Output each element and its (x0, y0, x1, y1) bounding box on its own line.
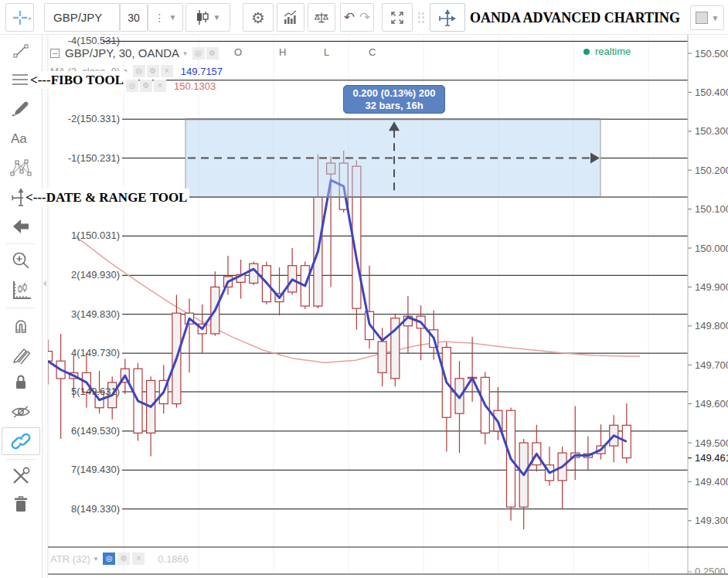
sidebar-divider (6, 308, 36, 308)
date-range-tool-button[interactable] (430, 3, 465, 32)
interval-button[interactable]: 30 (120, 3, 148, 32)
indicators-button[interactable] (277, 3, 304, 32)
fullscreen-button[interactable] (382, 3, 413, 32)
sidebar-divider (6, 243, 36, 244)
chart-style-button[interactable]: ▼ (185, 3, 230, 32)
ma-fast-close-icon[interactable]: × (161, 65, 173, 77)
magnet-tool[interactable] (2, 311, 40, 338)
sidebar-divider (6, 459, 36, 460)
back-arrow-tool[interactable] (2, 212, 40, 240)
svg-text:150.500: 150.500 (695, 48, 728, 60)
scales-icon (313, 10, 330, 26)
pattern-icon (9, 157, 32, 178)
fibo-level-label: 8(149.330) (50, 503, 120, 515)
svg-text:150.000: 150.000 (695, 243, 728, 254)
ohlc-open-label: O (234, 46, 242, 58)
atr-label[interactable]: ATR (32) (50, 553, 90, 565)
legend-series-title[interactable]: GBP/JPY, 30, OANDA (65, 46, 179, 60)
chevron-down-icon: ▼ (169, 13, 177, 22)
realtime-dot-icon (583, 49, 590, 55)
symbol-button[interactable]: GBP/JPY (44, 3, 120, 32)
remove-drawings-tool[interactable] (2, 491, 40, 518)
svg-text:150.200: 150.200 (695, 165, 728, 176)
chevron-down-icon: ▼ (213, 13, 221, 22)
zoom-in-tool[interactable] (2, 246, 40, 274)
object-tree-tool[interactable] (2, 462, 40, 490)
compare-button[interactable] (308, 3, 335, 32)
brush-tool[interactable] (2, 95, 40, 123)
trash-icon (10, 494, 32, 515)
svg-text:150.400: 150.400 (695, 87, 728, 98)
ma-slow-gear-icon[interactable]: ⚙ (140, 80, 152, 92)
lock-icon (10, 372, 32, 393)
crosshair-mode-button[interactable]: ▸ (5, 3, 34, 32)
ohlc-close-label: C (369, 46, 376, 58)
ohlc-high-label: H (279, 46, 286, 58)
fullscreen-icon (390, 10, 405, 26)
vertical-dots-icon: ⋮ (155, 12, 165, 24)
realtime-indicator: realtime (583, 46, 631, 57)
sidebar-collapse-strip[interactable] (43, 35, 48, 578)
theme-button[interactable]: ▼ (690, 5, 724, 30)
range-tooltip: 0.200 (0.13%) 200 32 bars, 16h (343, 85, 445, 114)
candlestick-series (44, 151, 631, 529)
ohlc-low-label: L (324, 46, 329, 58)
ma-slow-close-icon[interactable]: × (154, 80, 166, 92)
color-swatch-icon (696, 12, 708, 24)
redo-icon[interactable]: ↷ (359, 9, 370, 26)
fibo-tool-annotation: <---FIBO TOOL (28, 71, 126, 89)
ma-fast-eye-icon[interactable]: ◎ (133, 65, 145, 77)
svg-text:149.700: 149.700 (695, 359, 728, 371)
fibo-level-label: 2(149.930) (50, 269, 120, 280)
drawing-toolbar: Aa (0, 35, 43, 578)
tools-icon (10, 465, 32, 487)
atr-close-icon[interactable]: × (132, 552, 145, 565)
atr-value: 0.1866 (158, 553, 189, 565)
fibo-level-label: -2(150.331) (50, 113, 120, 124)
undo-icon[interactable]: ↶ (344, 9, 355, 26)
hide-icon (9, 401, 32, 423)
svg-text:150.100: 150.100 (695, 203, 728, 215)
settings-button[interactable]: ⚙ (243, 3, 274, 32)
current-price-label: 149.461 (695, 452, 728, 464)
trend-line-tool[interactable] (2, 37, 40, 65)
gear-icon: ⚙ (251, 8, 265, 27)
fibo-level-label: -1(150.231) (50, 152, 120, 164)
ma-fast-gear-icon[interactable]: ⚙ (147, 65, 159, 77)
chevron-down-icon[interactable]: ▾ (94, 555, 98, 563)
link-icon (10, 430, 32, 452)
ma-fast-value: 149.7157 (181, 66, 223, 77)
svg-text:Aa: Aa (11, 131, 27, 146)
svg-text:149.900: 149.900 (695, 281, 728, 293)
undo-redo-buttons[interactable]: ↶ ↷ (340, 3, 374, 32)
magnet-icon (10, 314, 32, 335)
legend-collapse-icon[interactable] (50, 49, 60, 58)
atr-eye-icon[interactable]: ◎ (103, 552, 115, 565)
title-annotation: OANDA ADVANCED CHARTING (468, 4, 682, 32)
chevron-down-icon[interactable]: ▾ (183, 49, 187, 57)
svg-text:149.400: 149.400 (695, 476, 728, 488)
range-tooltip-line2: 32 bars, 16h (344, 100, 444, 112)
text-icon: Aa (9, 128, 32, 148)
sync-drawings-tool[interactable] (2, 427, 40, 455)
ma-slow-eye-icon[interactable]: ◎ (126, 80, 138, 92)
draw-icon (10, 343, 32, 365)
measure-icon (10, 279, 32, 301)
atr-gear-icon[interactable]: ⚙ (117, 552, 130, 565)
crosshair-icon (11, 8, 29, 27)
interval-menu-button[interactable]: ⋮ ▼ (148, 3, 183, 32)
zoomin-icon (10, 250, 32, 271)
xabcd-pattern-tool[interactable] (2, 154, 40, 182)
measure-tool[interactable] (2, 276, 40, 304)
fibo-level-label: 7(149.430) (50, 464, 120, 475)
legend-eye-icon[interactable]: ◎ (192, 47, 205, 60)
legend-gear-icon[interactable]: ⚙ (206, 47, 219, 60)
text-tool[interactable]: Aa (2, 124, 40, 152)
svg-text:149.300: 149.300 (695, 515, 728, 526)
lock-drawings-tool[interactable] (2, 369, 40, 396)
brush-icon (10, 98, 32, 120)
toolbar-drag-handle[interactable] (418, 12, 426, 23)
atr-axis-label: 0.2500 (695, 566, 726, 577)
hide-drawings-tool[interactable] (2, 398, 40, 426)
drawing-mode-tool[interactable] (2, 340, 40, 368)
